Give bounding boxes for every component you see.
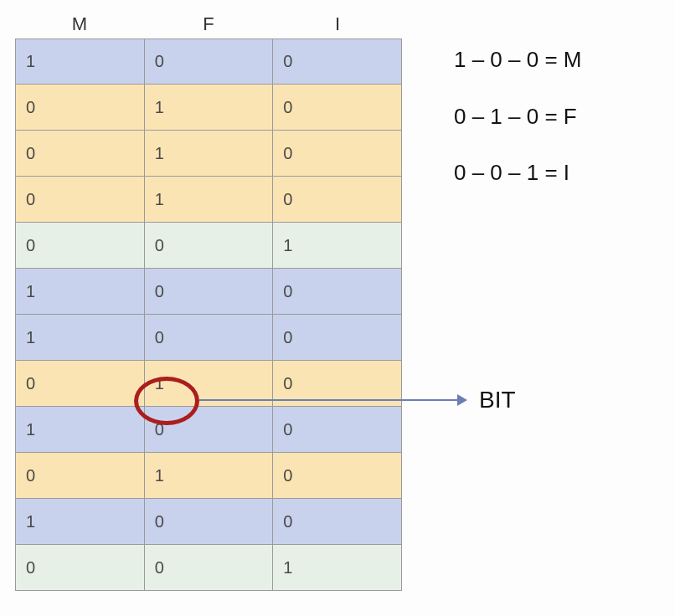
table-cell: 0 — [16, 223, 145, 268]
table-cell: 0 — [145, 223, 274, 268]
header-i: I — [273, 13, 402, 35]
table-cell: 0 — [145, 499, 274, 544]
encoding-table: 100010010010001100100010100010100001 — [15, 38, 402, 591]
table-row: 010 — [15, 131, 402, 177]
table-cell: 1 — [16, 407, 145, 452]
table-cell: 0 — [273, 39, 401, 84]
table-row: 100 — [15, 499, 402, 545]
legend-i: 0 – 0 – 1 = I — [454, 145, 581, 202]
arrow-line-icon — [199, 399, 457, 401]
table-row: 100 — [15, 269, 402, 315]
table-row: 001 — [15, 223, 402, 269]
table-cell: 0 — [16, 545, 145, 590]
column-headers: M F I — [15, 13, 402, 35]
table-cell: 1 — [16, 499, 145, 544]
table-cell: 0 — [273, 499, 401, 544]
table-cell: 1 — [16, 315, 145, 360]
table-row: 001 — [15, 545, 402, 591]
table-cell: 0 — [145, 545, 274, 590]
table-cell: 0 — [145, 269, 274, 314]
table-cell: 0 — [16, 131, 145, 176]
table-cell: 0 — [273, 453, 401, 498]
table-cell: 0 — [145, 407, 274, 452]
table-cell: 1 — [16, 269, 145, 314]
table-row: 010 — [15, 85, 402, 131]
table-cell: 0 — [16, 85, 145, 130]
table-cell: 1 — [273, 545, 401, 590]
legend-f: 0 – 1 – 0 = F — [454, 89, 581, 146]
table-cell: 0 — [16, 361, 145, 406]
table-cell: 0 — [273, 269, 401, 314]
table-cell: 0 — [273, 177, 401, 222]
table-cell: 0 — [273, 131, 401, 176]
arrow-head-icon — [457, 394, 467, 406]
table-cell: 1 — [273, 223, 401, 268]
header-f: F — [144, 13, 273, 35]
bit-label: BIT — [479, 387, 516, 413]
table-cell: 1 — [145, 453, 274, 498]
table-cell: 0 — [16, 453, 145, 498]
table-cell: 0 — [273, 315, 401, 360]
table-cell: 1 — [145, 85, 274, 130]
table-cell: 1 — [16, 39, 145, 84]
table-row: 100 — [15, 315, 402, 361]
table-cell: 1 — [145, 131, 274, 176]
table-cell: 0 — [273, 85, 401, 130]
table-cell: 0 — [16, 177, 145, 222]
legend: 1 – 0 – 0 = M 0 – 1 – 0 = F 0 – 0 – 1 = … — [454, 32, 581, 202]
table-cell: 0 — [145, 315, 274, 360]
table-cell: 1 — [145, 177, 274, 222]
table-row: 100 — [15, 407, 402, 453]
table-cell: 0 — [145, 39, 274, 84]
legend-m: 1 – 0 – 0 = M — [454, 32, 581, 89]
header-m: M — [15, 13, 144, 35]
table-cell: 0 — [273, 407, 401, 452]
table-row: 100 — [15, 38, 402, 85]
table-row: 010 — [15, 177, 402, 223]
table-row: 010 — [15, 453, 402, 499]
